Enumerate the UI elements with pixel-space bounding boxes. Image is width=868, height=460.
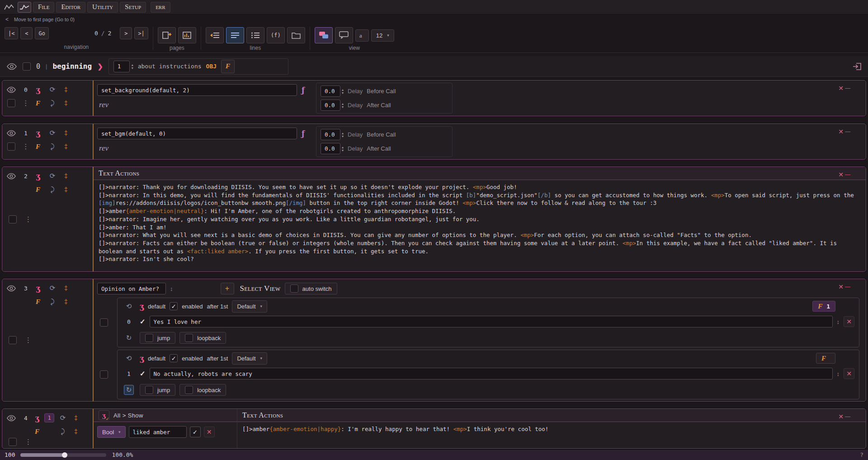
delay-after-spinner[interactable]: ▴▾ xyxy=(342,146,344,152)
zigzag-chart-icon[interactable] xyxy=(2,2,16,13)
fact-value-checkbox[interactable]: ✓ xyxy=(190,427,201,437)
condition-path[interactable]: All > Show xyxy=(113,412,143,419)
line-visibility-eye-icon[interactable] xyxy=(6,86,16,93)
speech-bubbles-icon[interactable] xyxy=(315,27,333,43)
help-icon[interactable]: ? xyxy=(860,451,863,458)
delay-after-input[interactable] xyxy=(321,143,340,154)
fact-type-dropdown[interactable]: Bool ▾ xyxy=(97,426,126,438)
delete-choice-button[interactable]: ✕ xyxy=(844,316,854,327)
insert-line-below-icon[interactable]: ‡ xyxy=(64,143,68,150)
jump-icon[interactable]: ⤸ xyxy=(50,99,54,107)
insert-line-below-icon[interactable]: ‡ xyxy=(64,186,68,193)
jump-toggle[interactable]: jump xyxy=(140,332,175,344)
dialogue-text[interactable]: []>amber{amber-emotion|happy}: I'm reall… xyxy=(237,422,866,436)
facts-icon[interactable]: F xyxy=(36,186,40,194)
font-size-dropdown[interactable]: 12 ▾ xyxy=(371,29,394,42)
delay-before-spinner[interactable]: ▴▾ xyxy=(342,132,344,138)
line-number-input[interactable] xyxy=(113,61,130,72)
jump-toggle[interactable]: jump xyxy=(140,384,175,396)
drag-handle-icon[interactable]: ⋮ xyxy=(23,142,29,151)
enabled-checkbox[interactable]: ✓ xyxy=(170,354,178,362)
facts-icon[interactable]: F xyxy=(35,428,39,436)
choice-select-checkbox[interactable] xyxy=(100,318,108,327)
jump-icon[interactable]: ⤸ xyxy=(50,185,54,194)
insert-line-above-icon[interactable]: ‡ xyxy=(64,285,68,292)
insert-line-above-icon[interactable]: ‡ xyxy=(64,172,68,180)
delete-line-button[interactable]: ✕— xyxy=(838,128,850,135)
line-visibility-eye-icon[interactable] xyxy=(6,173,16,180)
line-type-icon[interactable]: ʒ xyxy=(36,85,40,94)
facts-icon[interactable]: F xyxy=(36,298,40,306)
delay-before-input[interactable] xyxy=(321,85,340,97)
delay-before-input[interactable] xyxy=(321,129,340,140)
choice-loop-end-icon[interactable]: ↻ xyxy=(122,334,136,342)
line-select-checkbox[interactable] xyxy=(9,438,17,446)
menu-editor[interactable]: Editor xyxy=(56,2,85,13)
line-chart-icon[interactable] xyxy=(18,2,31,13)
jump-icon[interactable]: ⤸ xyxy=(50,142,54,151)
folder-icon[interactable] xyxy=(287,27,305,43)
enabled-checkbox[interactable]: ✓ xyxy=(170,302,178,310)
insert-line-below-icon[interactable]: ‡ xyxy=(74,428,78,435)
line-visibility-eye-icon[interactable] xyxy=(6,415,16,422)
loopback-toggle[interactable]: loopback xyxy=(179,332,226,344)
choice-loop-start-icon[interactable]: ⟲ xyxy=(122,354,136,362)
function-button[interactable]: (f) xyxy=(267,27,285,43)
line-select-checkbox[interactable] xyxy=(7,142,15,151)
menu-err[interactable]: err xyxy=(151,2,170,13)
line-type-icon[interactable]: ʒ xyxy=(36,172,40,180)
choice-type-icon[interactable]: ʒ xyxy=(140,354,144,363)
reorder-icon[interactable]: ↕ xyxy=(837,370,840,377)
dialogue-text[interactable]: []>narrator: Thank you for downloading D… xyxy=(94,180,866,266)
drag-handle-icon[interactable]: ⋮ xyxy=(25,438,32,446)
first-page-button[interactable]: |< xyxy=(5,27,18,39)
loop-icon[interactable]: ⟳ xyxy=(60,414,66,422)
line-number-spinner[interactable]: ▴▾ xyxy=(132,63,133,70)
insert-line-icon[interactable] xyxy=(206,27,224,43)
delay-before-spinner[interactable]: ▴▾ xyxy=(342,88,344,95)
jump-checkbox[interactable] xyxy=(145,386,153,394)
page-facts-button[interactable]: F xyxy=(221,60,235,73)
line-select-checkbox[interactable] xyxy=(9,215,17,223)
jump-icon[interactable]: ⤸ xyxy=(50,298,54,306)
condition-icon[interactable]: ʒ ✓ xyxy=(99,410,109,420)
facts-icon[interactable]: F xyxy=(36,100,40,107)
menu-file[interactable]: File xyxy=(33,2,54,13)
choice-facts-badge[interactable]: F 1 xyxy=(812,301,835,312)
auto-switch-checkbox[interactable] xyxy=(290,285,298,293)
collapse-panel-icon[interactable] xyxy=(853,62,862,71)
auto-switch-toggle[interactable]: auto switch xyxy=(285,283,337,294)
function-icon[interactable]: ƒ xyxy=(302,129,305,138)
choice-loop-end-icon[interactable]: ↻ xyxy=(124,385,134,395)
choice-behavior-dropdown[interactable]: Default ▾ xyxy=(232,300,267,313)
delay-after-input[interactable] xyxy=(321,100,340,111)
page-overview-icon[interactable] xyxy=(178,27,196,43)
loopback-checkbox[interactable] xyxy=(185,334,193,342)
line-type-icon[interactable]: ʒ xyxy=(36,129,40,138)
next-page-button[interactable]: > xyxy=(120,27,132,39)
insert-line-above-icon[interactable]: ‡ xyxy=(64,86,68,93)
function-call-input[interactable] xyxy=(97,84,297,96)
delete-choice-button[interactable]: ✕ xyxy=(844,368,854,379)
delete-line-button[interactable]: ✕— xyxy=(838,85,850,92)
drag-handle-icon[interactable]: ⋮ xyxy=(25,336,32,344)
page-select-checkbox[interactable] xyxy=(23,62,31,71)
zoom-slider-handle[interactable] xyxy=(62,452,67,458)
choice-select-checkbox[interactable] xyxy=(100,370,108,379)
choice-behavior-dropdown[interactable]: Default ▾ xyxy=(232,352,267,365)
line-visibility-eye-icon[interactable] xyxy=(6,130,16,137)
function-call-input[interactable] xyxy=(97,128,297,139)
choice-text-input[interactable] xyxy=(150,368,833,379)
loop-icon[interactable]: ⟳ xyxy=(50,129,56,137)
choice-text-input[interactable] xyxy=(150,316,833,327)
zoom-slider[interactable] xyxy=(20,453,106,457)
add-page-icon[interactable] xyxy=(158,27,176,43)
nav-hint-label[interactable]: Move to first page (Go to 0) xyxy=(14,17,75,22)
delete-line-button[interactable]: ✕— xyxy=(838,171,850,178)
choice-loop-start-icon[interactable]: ⟲ xyxy=(122,302,136,310)
reorder-icon[interactable]: ↕ xyxy=(837,318,840,325)
insert-line-above-icon[interactable]: ‡ xyxy=(64,129,68,137)
insert-line-below-icon[interactable]: ‡ xyxy=(64,298,68,305)
choice-title-input[interactable] xyxy=(97,283,166,294)
back-icon[interactable]: < xyxy=(5,16,9,23)
